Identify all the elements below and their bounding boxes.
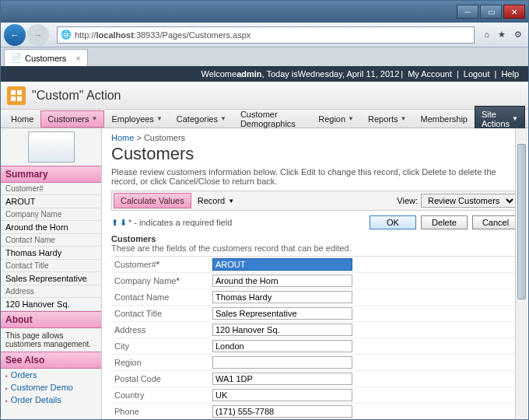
main-content: Home > Customers Customers Please review…	[102, 128, 528, 419]
form-input[interactable]	[212, 258, 352, 271]
form-row: Contact Title	[111, 306, 519, 322]
sidebar-seealso-link[interactable]: Customer Demo	[1, 381, 101, 394]
url-path: /Pages/Customers.aspx	[159, 30, 250, 40]
form-input[interactable]	[212, 291, 352, 303]
minimize-button[interactable]: ─	[457, 5, 478, 19]
form-label: Contact Name	[111, 292, 212, 302]
logout-link[interactable]: Logout	[464, 69, 490, 79]
form-label: Phone	[111, 407, 212, 416]
welcome-user: admin	[236, 69, 261, 79]
sidebar-preview-icon	[28, 131, 75, 163]
sidebar-seealso-link[interactable]: Orders	[1, 369, 101, 381]
back-button[interactable]: ←	[4, 24, 26, 46]
form-input[interactable]	[212, 307, 352, 320]
forward-button[interactable]: →	[27, 24, 49, 46]
menu-home[interactable]: Home	[4, 110, 40, 128]
cancel-button[interactable]: Cancel	[472, 215, 519, 229]
svg-rect-2	[11, 96, 16, 101]
sidebar-seealso-header: See Also	[1, 352, 101, 369]
form-row: Address	[111, 322, 519, 338]
breadcrumb-current: Customers	[144, 133, 185, 142]
url-port: :38933	[134, 30, 160, 40]
sidebar-field-label: Company Name	[1, 208, 101, 221]
favorite-icon[interactable]: ★	[498, 30, 506, 39]
form-row: Customer#*	[111, 257, 519, 273]
gear-icon[interactable]: ⚙	[514, 30, 522, 39]
svg-rect-3	[17, 96, 22, 101]
form-row: Phone	[111, 404, 519, 419]
form-input[interactable]	[212, 275, 352, 287]
svg-rect-0	[11, 90, 16, 95]
sidebar-about-header: About	[1, 311, 101, 328]
welcome-bar: Welcome admin, Today is Wednesday, April…	[1, 66, 528, 82]
my-account-link[interactable]: My Account	[408, 69, 452, 79]
welcome-prefix: Welcome	[201, 69, 236, 79]
app-title: "Custom" Action	[32, 89, 121, 103]
form-input[interactable]	[212, 340, 352, 352]
toolbar: Calculate Values Record▼ View: Review Cu…	[111, 191, 519, 211]
form-row: Contact Name	[111, 289, 519, 306]
vertical-scrollbar[interactable]	[515, 128, 527, 418]
menu-reports[interactable]: Reports▼	[361, 110, 413, 128]
form-input[interactable]	[212, 389, 352, 401]
breadcrumb: Home > Customers	[111, 133, 519, 142]
url-host: localhost	[96, 30, 134, 40]
form-row: Postal Code	[111, 371, 519, 387]
ok-button[interactable]: OK	[370, 215, 416, 229]
url-prefix: http://	[75, 30, 96, 40]
page-description: Please review customers information belo…	[111, 167, 519, 186]
browser-tab[interactable]: 📄 Customers ×	[4, 49, 88, 66]
calculate-values-button[interactable]: Calculate Values	[114, 193, 191, 208]
breadcrumb-home[interactable]: Home	[111, 133, 134, 142]
scrollbar-thumb[interactable]	[517, 144, 526, 299]
arrow-up-icon[interactable]: ⬆	[111, 218, 118, 228]
menu-employees[interactable]: Employees▼	[104, 110, 169, 128]
sidebar-summary-header: Summary	[1, 166, 101, 183]
sidebar-field-label: Customer#	[1, 183, 101, 195]
sidebar-about-text: This page allows customers management.	[1, 328, 101, 352]
form-input[interactable]	[212, 356, 352, 369]
customer-form: Customer#*Company Name*Contact NameConta…	[111, 256, 519, 419]
tab-close-icon[interactable]: ×	[75, 54, 80, 63]
sidebar-seealso-link[interactable]: Order Details	[1, 394, 101, 406]
welcome-date-prefix: , Today is	[262, 69, 298, 79]
menu-bar: Home Customers▼ Employees▼ Categories▼ C…	[1, 110, 528, 128]
maximize-button[interactable]: ▭	[480, 5, 502, 19]
menu-membership[interactable]: Membership	[413, 110, 475, 128]
sidebar-field-label: Address	[1, 285, 101, 298]
form-label: Postal Code	[111, 374, 212, 383]
sidebar-field-value: AROUT	[1, 195, 101, 208]
form-row: Country	[111, 387, 519, 404]
form-label: Region	[111, 358, 212, 367]
form-row: City	[111, 338, 519, 355]
welcome-date: Wednesday, April 11, 2012	[298, 69, 399, 79]
sidebar-field-value: Thomas Hardy	[1, 247, 101, 260]
menu-categories[interactable]: Categories▼	[170, 110, 233, 128]
arrow-down-icon[interactable]: ⬇	[120, 218, 127, 228]
globe-icon: 🌐	[61, 30, 72, 40]
form-input[interactable]	[212, 373, 352, 385]
sidebar: Summary Customer#AROUTCompany NameAround…	[1, 128, 102, 419]
tab-icon: 📄	[11, 53, 22, 63]
section-description: These are the fields of the customers re…	[111, 243, 519, 253]
menu-region[interactable]: Region▼	[311, 110, 361, 128]
form-input[interactable]	[212, 324, 352, 336]
help-link[interactable]: Help	[501, 69, 519, 79]
nav-toolbar: ← → 🌐 http://localhost:38933/Pages/Custo…	[1, 23, 528, 47]
form-label: Contact Title	[111, 309, 212, 318]
record-button[interactable]: Record▼	[191, 194, 240, 208]
form-input[interactable]	[212, 405, 352, 418]
tab-title: Customers	[25, 54, 66, 63]
form-label: City	[111, 341, 212, 351]
home-icon[interactable]: ⌂	[484, 30, 489, 39]
sidebar-field-value: Around the Horn	[1, 221, 101, 234]
page-body: Summary Customer#AROUTCompany NameAround…	[1, 128, 528, 419]
form-row: Region	[111, 355, 519, 371]
app-icon	[7, 86, 26, 105]
menu-customers[interactable]: Customers▼	[40, 110, 104, 128]
view-dropdown[interactable]: Review Customers	[421, 194, 517, 208]
address-bar[interactable]: 🌐 http://localhost:38933/Pages/Customers…	[57, 26, 475, 44]
close-button[interactable]: ✕	[503, 5, 525, 19]
section-title: Customers	[111, 234, 519, 243]
delete-button[interactable]: Delete	[421, 215, 468, 229]
